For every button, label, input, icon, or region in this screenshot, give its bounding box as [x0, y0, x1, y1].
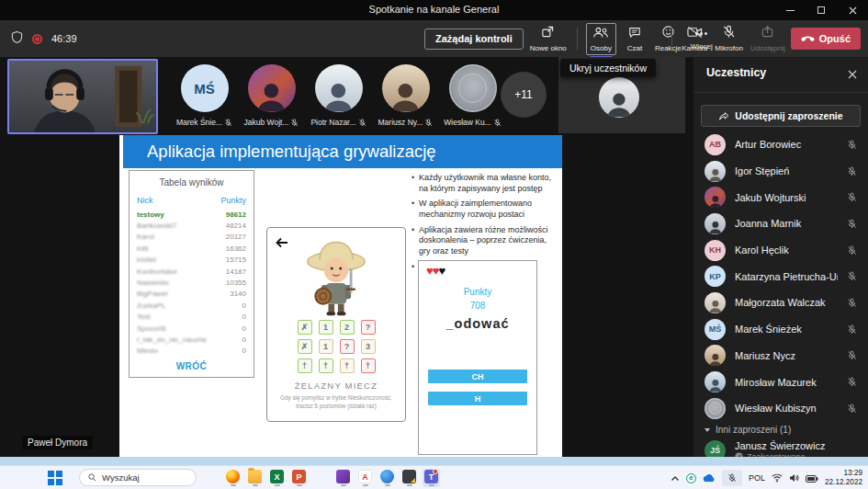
participant-name: Karol Hęclik: [735, 244, 838, 256]
taskbar-clock[interactable]: 13:29 22.12.2022: [825, 469, 862, 488]
pop-out-icon: [541, 25, 555, 42]
bullet-item: Aplikacja zawiera różne możliwości dosko…: [411, 225, 560, 257]
participant-row[interactable]: Jakub Wojturski: [693, 184, 868, 210]
nick-cell: I_tak_do_nic_nauche: [137, 335, 207, 344]
tray-chevron-icon[interactable]: [671, 470, 680, 486]
close-panel-icon[interactable]: [848, 66, 857, 83]
participant-name: Wiesław Ku...: [444, 118, 491, 127]
participant-name: Joanna Marnik: [735, 218, 838, 229]
participant-row[interactable]: Wiesław Kubiszyn: [693, 395, 868, 422]
points-cell: 0: [242, 335, 246, 344]
nick-cell: Nassimilo: [137, 279, 169, 287]
participant-row[interactable]: Joanna Marnik: [693, 210, 868, 237]
avatar: [248, 64, 296, 112]
participant-name: Mariusz Nycz: [735, 350, 838, 361]
participant-name: Janusz Świerzowicz: [735, 440, 857, 451]
onedrive-icon[interactable]: [703, 470, 716, 486]
item-slot: †: [298, 358, 312, 373]
new-window-button[interactable]: Nowe okno: [528, 25, 569, 52]
self-video-tile[interactable]: [7, 59, 158, 134]
camera-button[interactable]: Kamera: [680, 26, 709, 52]
panel-divider: [693, 92, 868, 93]
participant-row[interactable]: Igor Stępień: [693, 158, 868, 185]
participant-row[interactable]: KP Katarzyna Pietrucha-Urbanik: [693, 263, 868, 290]
volume-icon[interactable]: [789, 470, 799, 486]
answer-button: H: [428, 392, 527, 405]
column-header-points: Punkty: [220, 196, 246, 205]
participant-thumbnail[interactable]: Mariusz Ny...: [372, 64, 439, 127]
item-slot: †: [319, 358, 333, 373]
maximize-button[interactable]: [806, 0, 837, 20]
leave-button[interactable]: Opuść: [791, 28, 861, 50]
windows-taskbar: Wyszukaj X P: [0, 465, 868, 489]
start-button[interactable]: [48, 471, 62, 485]
participant-thumbnail[interactable]: Jakub Wojt...: [238, 64, 305, 127]
bullet-item: Każdy użytkownik ma własne konto, na któ…: [411, 173, 560, 194]
taskbar-app-icon[interactable]: [378, 469, 396, 487]
item-slot: ?: [340, 339, 355, 354]
taskbar-app-icon[interactable]: [246, 469, 264, 487]
minimize-button[interactable]: [774, 0, 806, 20]
taskbar-app-icon[interactable]: [400, 469, 418, 487]
answer-buttons: CHH: [428, 370, 527, 405]
close-button[interactable]: [837, 0, 868, 20]
share-invite-button[interactable]: Udostępnij zaproszenie: [701, 105, 861, 127]
microphone-button[interactable]: Mikrofon: [713, 25, 745, 52]
mic-off-icon: [424, 119, 433, 127]
participant-name: Piotr Nazar...: [310, 118, 355, 127]
points-cell: 98612: [226, 210, 246, 219]
people-button[interactable]: Osoby: [586, 23, 616, 55]
taskbar-app-icon[interactable]: X: [268, 469, 286, 487]
participant-thumbnail[interactable]: MŚ Marek Śnie...: [171, 64, 238, 127]
wifi-icon[interactable]: [772, 470, 783, 486]
participant-row[interactable]: MŚ Marek Śnieżek: [693, 316, 868, 343]
avatar: [705, 213, 726, 234]
nick-cell: Konfrontator: [137, 267, 177, 276]
panel-title: Uczestnicy: [706, 66, 766, 79]
game-screen-mockup: ♥♥♥ Punkty 708 _odować CHH: [418, 260, 537, 455]
table-row: Miesio 0: [130, 346, 254, 357]
taskbar-app-icon[interactable]: T: [423, 469, 440, 487]
mic-off-icon: [847, 298, 857, 308]
avatar: [705, 292, 726, 313]
nick-cell: Test: [137, 313, 151, 321]
system-tray: e POL 13:29 22.12.2022: [671, 466, 862, 489]
share-button[interactable]: Udostępnij: [749, 25, 787, 52]
mic-off-icon: [847, 404, 857, 414]
avatar: KP: [705, 266, 726, 287]
taskbar-app-icon[interactable]: P: [290, 469, 308, 487]
points-cell: 0: [242, 301, 246, 310]
battery-icon[interactable]: [806, 470, 818, 486]
taskbar-app-icon[interactable]: [224, 469, 242, 487]
participant-row[interactable]: KH Karol Hęclik: [693, 237, 868, 264]
participant-thumbnail[interactable]: Wiesław Ku...: [439, 64, 506, 127]
participant-thumbnail[interactable]: Piotr Nazar...: [305, 64, 372, 127]
participant-row[interactable]: AB Artur Borowiec: [693, 131, 868, 158]
back-link: WRÓĆ: [130, 361, 254, 371]
item-description: Gdy się pomylisz w trybie Nieskończoność…: [273, 394, 400, 410]
column-header-nick: Nick: [137, 196, 153, 205]
participant-row[interactable]: Mirosław Mazurek: [693, 369, 868, 395]
points-value: 708: [419, 301, 536, 311]
taskbar-search[interactable]: Wyszukaj: [79, 469, 197, 486]
avatar: KH: [705, 240, 726, 261]
participant-name: Katarzyna Pietrucha-Urbanik: [735, 271, 838, 282]
others-invited-header[interactable]: Inni zaproszeni (1): [693, 422, 868, 438]
chat-button[interactable]: Czat: [621, 26, 648, 52]
nick-cell: BigPawel: [137, 290, 167, 298]
request-control-button[interactable]: Zażądaj kontroli: [424, 28, 524, 50]
taskbar-app-icon[interactable]: A: [356, 469, 374, 487]
participant-row[interactable]: JŚ Janusz Świerzowicz Zaakceptowane: [693, 438, 868, 457]
tray-e-icon[interactable]: e: [686, 473, 696, 483]
taskbar-app-icon[interactable]: [334, 469, 352, 487]
participant-row[interactable]: Mariusz Nycz: [693, 343, 868, 370]
mic-off-icon: [847, 140, 857, 150]
language-indicator[interactable]: POL: [749, 473, 765, 483]
more-participants-tile[interactable]: +11: [501, 72, 547, 118]
participant-thumbnail-avatar[interactable]: [599, 77, 639, 118]
participant-row[interactable]: Małgorzata Walczak: [693, 290, 868, 316]
tray-mic-muted-icon[interactable]: [722, 470, 742, 486]
mic-off-icon: [847, 245, 857, 256]
item-name: ŻELAZNY MIECZ: [295, 381, 378, 391]
slide-title: Aplikacja implementująca grywalizację: [123, 135, 562, 168]
